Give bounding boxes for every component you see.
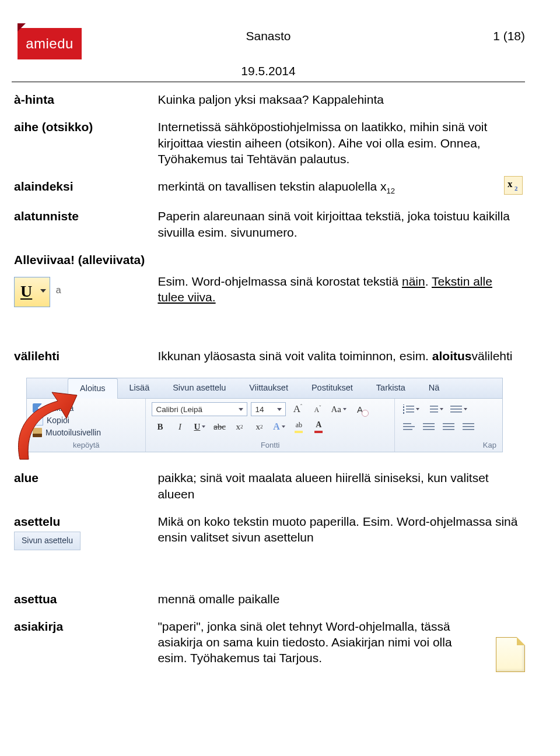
subscript-button[interactable]: x2 (231, 420, 247, 434)
word-ribbon: Aloitus Lisää Sivun asettelu Viittaukset… (26, 378, 503, 452)
numbering-button[interactable] (425, 402, 445, 416)
ribbon-illustration: Aloitus Lisää Sivun asettelu Viittaukset… (12, 378, 525, 452)
def-asiakirja: "paperi", jonka sinä olet tehnyt Word-oh… (155, 615, 525, 674)
underline-button[interactable]: U (191, 420, 208, 434)
doc-date: 19.5.2014 (241, 64, 295, 78)
red-arrow-icon (8, 386, 78, 462)
strike-button[interactable]: abc (211, 420, 228, 434)
logo: amiedu (18, 23, 82, 64)
ribbon-tabs: Aloitus Lisää Sivun asettelu Viittaukset… (27, 378, 502, 399)
bullets-button[interactable] (401, 402, 421, 416)
font-name-combo[interactable]: Calibri (Leipä (152, 402, 247, 416)
tab-viittaukset[interactable]: Viittaukset (237, 378, 300, 398)
def-alleviivaa: Esim. Word-ohjelmassa sinä korostat teks… (155, 270, 525, 315)
italic-button[interactable]: I (172, 420, 188, 434)
change-case-button[interactable]: Aa (329, 402, 348, 416)
sivun-asettelu-tab-icon: Sivun asettelu (14, 532, 80, 550)
align-right-button[interactable] (440, 420, 457, 434)
term-asettelu: asettelu Sivun asettelu (12, 510, 155, 558)
highlight-button[interactable]: ab (290, 420, 307, 434)
tab-tarkista[interactable]: Tarkista (365, 378, 417, 398)
glossary-table: à-hinta Kuinka paljon yksi maksaa? Kappa… (12, 88, 525, 372)
tab-postitukset[interactable]: Postitukset (300, 378, 365, 398)
logo-text: amiedu (18, 28, 82, 59)
chevron-down-icon (239, 408, 243, 411)
def-alaindeksi: merkintä on tavallisen tekstin alapuolel… (155, 175, 525, 205)
subscript-icon: x2 (504, 176, 523, 195)
justify-button[interactable] (460, 420, 477, 434)
term-alaindeksi: alaindeksi (12, 175, 155, 205)
term-alleviivaa: Alleviivaa! (alleviivata) (12, 248, 525, 270)
chevron-down-icon (277, 408, 282, 411)
chevron-down-icon (40, 289, 46, 293)
multilevel-button[interactable] (449, 402, 469, 416)
group-label-paragraph: Kap (401, 438, 496, 449)
font-color-button[interactable]: A (310, 420, 327, 434)
bold-button[interactable]: B (152, 420, 168, 434)
tab-nakyma[interactable]: Nä (417, 378, 452, 398)
tab-sivun-asettelu[interactable]: Sivun asettelu (161, 378, 237, 398)
group-label-font: Fontti (152, 438, 388, 449)
doc-title: Sanasto (246, 29, 290, 43)
group-font: Calibri (Leipä 14 Aˆ Aˇ Aa A (146, 399, 394, 452)
term-aihe: aihe (otsikko) (12, 115, 155, 175)
page-number: 1 (18) (493, 29, 525, 43)
term-asettua: asettua (12, 588, 155, 615)
group-paragraph: Kap (395, 399, 502, 452)
def-asettua: mennä omalle paikalle (155, 588, 525, 615)
term-a-hinta: à-hinta (12, 88, 155, 115)
shrink-font-button[interactable]: Aˇ (309, 402, 326, 416)
superscript-button[interactable]: x2 (251, 420, 267, 434)
align-left-button[interactable] (401, 420, 417, 434)
def-a-hinta: Kuinka paljon yksi maksaa? Kappalehinta (155, 88, 525, 115)
document-icon (496, 637, 525, 672)
text-effects-button[interactable]: A (271, 420, 287, 434)
underline-button-icon: U (14, 277, 50, 307)
align-center-button[interactable] (421, 420, 437, 434)
grow-font-button[interactable]: Aˆ (289, 402, 306, 416)
header-rule (12, 82, 525, 82)
page-header: amiedu Sanasto 1 (18) 19.5.2014 (12, 17, 525, 82)
def-alatunniste: Paperin alareunaan sinä voit kirjoittaa … (155, 205, 525, 248)
term-alue: alue (12, 466, 155, 510)
def-valilehti: Ikkunan yläosasta sinä voit valita toimi… (155, 344, 525, 372)
term-valilehti: välilehti (12, 344, 155, 372)
def-asettelu: Mikä on koko tekstin muoto paperilla. Es… (155, 510, 525, 558)
tab-lisaa[interactable]: Lisää (118, 378, 162, 398)
def-aihe: Internetissä sähköpostiohjelmissa on laa… (155, 115, 525, 175)
glossary-table-2: alue paikka; sinä voit maalata alueen hi… (12, 466, 525, 674)
term-alatunniste: alatunniste (12, 205, 155, 248)
term-asiakirja: asiakirja (12, 615, 155, 674)
def-alue: paikka; sinä voit maalata alueen hiirell… (155, 466, 525, 510)
def-alaindeksi-sub: 12 (387, 187, 395, 195)
font-size-combo[interactable]: 14 (251, 402, 286, 416)
clear-format-button[interactable]: A (352, 402, 368, 416)
def-alaindeksi-text: merkintä on tavallisen tekstin alapuolel… (158, 180, 386, 193)
